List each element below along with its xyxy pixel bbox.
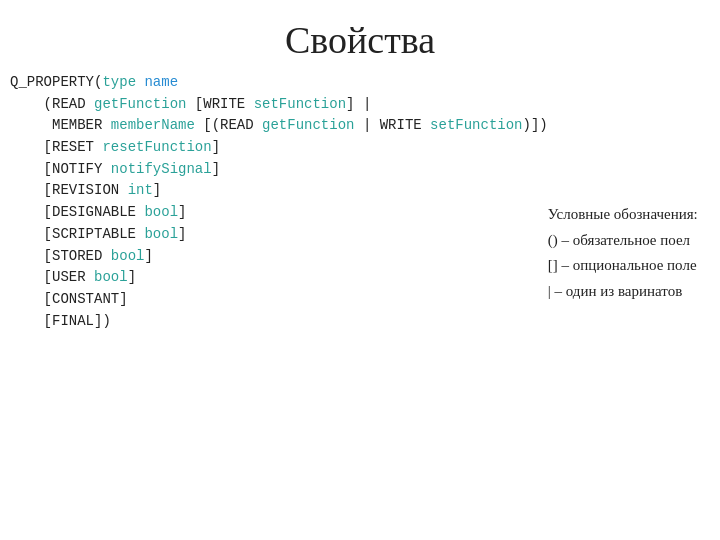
code-resetfunction: resetFunction: [102, 139, 211, 155]
code-type-keyword: type: [102, 74, 136, 90]
code-line2-write: [WRITE: [186, 96, 253, 112]
code-user-bool: bool: [94, 269, 128, 285]
main-content: Q_PROPERTY(type name (READ getFunction […: [0, 72, 720, 332]
legend-heading: Условные обозначения:: [548, 202, 720, 228]
code-line10-user: [USER: [10, 269, 94, 285]
code-line6-revision: [REVISION: [10, 182, 128, 198]
code-name-keyword: name: [136, 74, 178, 90]
code-line8-scriptable: [SCRIPTABLE: [10, 226, 144, 242]
code-block: Q_PROPERTY(type name (READ getFunction […: [10, 72, 548, 332]
code-setfunction1: setFunction: [254, 96, 346, 112]
code-line9-stored: [STORED: [10, 248, 111, 264]
code-line8-end: ]: [178, 226, 186, 242]
code-line5-end: ]: [212, 161, 220, 177]
code-scriptable-bool: bool: [144, 226, 178, 242]
code-line3-member: MEMBER: [10, 117, 111, 133]
legend-box: Условные обозначения: () – обязательное …: [548, 202, 720, 332]
code-line2-read: (READ: [10, 96, 94, 112]
code-line12-final: [FINAL]): [10, 313, 111, 329]
legend-item-2: | – один из варинатов: [548, 279, 720, 305]
code-membername: memberName: [111, 117, 195, 133]
code-line9-end: ]: [144, 248, 152, 264]
code-line10-end: ]: [128, 269, 136, 285]
code-line3-or: | WRITE: [354, 117, 430, 133]
code-line2-end: ] |: [346, 96, 371, 112]
code-line11-constant: [CONSTANT]: [10, 291, 128, 307]
code-line3-mid: [(READ: [195, 117, 262, 133]
code-line4-reset: [RESET: [10, 139, 102, 155]
page-title: Свойства: [0, 0, 720, 72]
code-getfunction2: getFunction: [262, 117, 354, 133]
code-revision-int: int: [128, 182, 153, 198]
code-stored-bool: bool: [111, 248, 145, 264]
code-line5-notify: [NOTIFY: [10, 161, 111, 177]
legend-item-1: [] – опциональное поле: [548, 253, 720, 279]
code-designable-bool: bool: [144, 204, 178, 220]
code-line6-end: ]: [153, 182, 161, 198]
code-line3-end: )]): [523, 117, 548, 133]
code-notifysignal: notifySignal: [111, 161, 212, 177]
code-line7-end: ]: [178, 204, 186, 220]
legend-item-0: () – обязательное поел: [548, 228, 720, 254]
code-line7-designable: [DESIGNABLE: [10, 204, 144, 220]
code-line1-prefix: Q_PROPERTY(: [10, 74, 102, 90]
code-line4-end: ]: [212, 139, 220, 155]
code-getfunction1: getFunction: [94, 96, 186, 112]
code-setfunction2: setFunction: [430, 117, 522, 133]
